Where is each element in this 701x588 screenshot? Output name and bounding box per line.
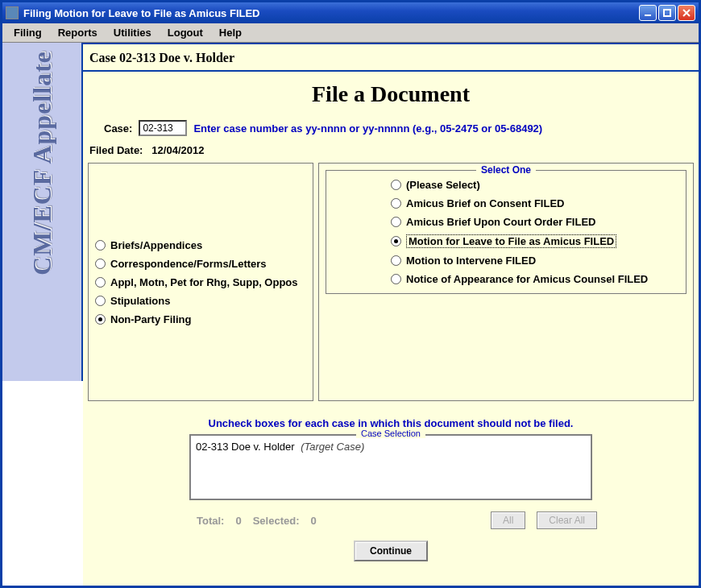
window-title: Filing Motion for Leave to File as Amicu… — [23, 7, 639, 19]
filed-date-label: Filed Date: — [89, 144, 143, 156]
content-inner: File a Document Case: Enter case number … — [83, 72, 699, 586]
selected-label: Selected: — [253, 515, 300, 527]
radio-icon — [391, 236, 401, 246]
sidebar: CM/ECF Appellate — [2, 43, 83, 381]
case-number-input[interactable] — [139, 120, 187, 136]
subtype-option[interactable]: Amicus Brief Upon Court Order FILED — [391, 216, 678, 228]
page-title: File a Document — [88, 81, 694, 107]
subtype-option[interactable]: Motion for Leave to File as Amicus FILED — [391, 234, 678, 248]
category-radio-group: Briefs/Appendices Correspondence/Forms/L… — [95, 239, 306, 325]
total-label: Total: — [197, 515, 224, 527]
maximize-icon — [662, 8, 672, 18]
panels-row: Briefs/Appendices Correspondence/Forms/L… — [88, 163, 694, 401]
radio-icon — [391, 217, 401, 227]
subtype-legend: Select One — [476, 164, 536, 176]
subtype-radio-group: (Please Select) Amicus Brief on Consent … — [334, 179, 678, 285]
subtype-option[interactable]: Notice of Appearance for Amicus Counsel … — [391, 273, 678, 285]
body: CM/ECF Appellate Case 02-313 Doe v. Hold… — [2, 43, 699, 586]
menu-help[interactable]: Help — [211, 24, 250, 41]
category-panel: Briefs/Appendices Correspondence/Forms/L… — [88, 163, 313, 401]
radio-icon — [391, 255, 401, 266]
radio-icon — [391, 274, 401, 284]
close-button[interactable] — [678, 5, 695, 21]
filed-date-row: Filed Date: 12/04/2012 — [89, 144, 694, 156]
case-selection-legend: Case Selection — [356, 429, 425, 438]
sidebar-brand: CM/ECF Appellate — [27, 51, 57, 275]
svg-rect-1 — [664, 10, 670, 16]
radio-icon — [391, 180, 401, 190]
menubar: Filing Reports Utilities Logout Help — [2, 23, 699, 43]
subtype-fieldset: Select One (Please Select) Amicus Brief … — [326, 170, 686, 294]
menu-reports[interactable]: Reports — [50, 24, 106, 41]
app-icon — [6, 6, 19, 19]
minimize-button[interactable] — [639, 5, 657, 21]
radio-icon — [95, 240, 106, 251]
subtype-label: (Please Select) — [406, 179, 480, 191]
category-option[interactable]: Appl, Motn, Pet for Rhg, Supp, Oppos — [95, 276, 306, 288]
filed-date-value: 12/04/2012 — [151, 144, 204, 156]
totals-row: Total: 0 Selected: 0 All Clear All — [88, 511, 694, 529]
subtype-label: Notice of Appearance for Amicus Counsel … — [406, 273, 648, 285]
category-label: Non-Party Filing — [110, 313, 191, 325]
subtype-label: Motion to Intervene FILED — [406, 255, 536, 267]
continue-button[interactable]: Continue — [354, 540, 428, 561]
case-label: Case: — [104, 122, 132, 135]
menu-filing[interactable]: Filing — [6, 24, 50, 41]
case-list-item-text: 02-313 Doe v. Holder — [196, 441, 295, 453]
titlebar: Filing Motion for Leave to File as Amicu… — [2, 2, 699, 23]
content: Case 02-313 Doe v. Holder File a Documen… — [83, 43, 699, 586]
radio-icon — [95, 314, 106, 325]
maximize-button[interactable] — [658, 5, 676, 21]
case-list[interactable]: 02-313 Doe v. Holder (Target Case) — [190, 435, 591, 499]
category-label: Appl, Motn, Pet for Rhg, Supp, Oppos — [110, 276, 298, 288]
minimize-icon — [643, 8, 653, 18]
category-label: Stipulations — [110, 295, 170, 307]
subtype-option[interactable]: Amicus Brief on Consent FILED — [391, 197, 678, 209]
case-number-row: Case: Enter case number as yy-nnnn or yy… — [104, 120, 694, 136]
case-header: Case 02-313 Doe v. Holder — [83, 44, 699, 72]
subtype-label: Amicus Brief Upon Court Order FILED — [406, 216, 595, 228]
menu-utilities[interactable]: Utilities — [106, 24, 160, 41]
select-all-button[interactable]: All — [491, 511, 525, 529]
uncheck-note: Uncheck boxes for each case in which thi… — [88, 417, 694, 429]
category-option[interactable]: Stipulations — [95, 295, 306, 307]
radio-icon — [95, 259, 106, 269]
window-controls — [639, 5, 695, 21]
continue-row: Continue — [88, 540, 694, 561]
case-hint: Enter case number as yy-nnnn or yy-nnnnn… — [193, 122, 542, 135]
category-option[interactable]: Correspondence/Forms/Letters — [95, 258, 306, 270]
close-icon — [682, 8, 691, 18]
subtype-label: Motion for Leave to File as Amicus FILED — [406, 234, 616, 248]
case-selection-wrap: Case Selection 02-313 Doe v. Holder (Tar… — [88, 434, 694, 500]
svg-rect-0 — [645, 14, 651, 16]
case-selection-fieldset: Case Selection 02-313 Doe v. Holder (Tar… — [189, 434, 592, 500]
category-option[interactable]: Non-Party Filing — [95, 313, 306, 325]
selected-value: 0 — [310, 515, 316, 527]
menu-logout[interactable]: Logout — [160, 24, 211, 41]
subtype-option[interactable]: Motion to Intervene FILED — [391, 255, 678, 267]
case-list-item-suffix: (Target Case) — [301, 441, 364, 453]
category-label: Briefs/Appendices — [110, 239, 202, 251]
radio-icon — [95, 296, 106, 306]
subtype-option[interactable]: (Please Select) — [391, 179, 678, 191]
clear-all-button[interactable]: Clear All — [537, 511, 597, 529]
total-value: 0 — [235, 515, 241, 527]
case-selection: Case Selection 02-313 Doe v. Holder (Tar… — [189, 434, 592, 500]
category-option[interactable]: Briefs/Appendices — [95, 239, 306, 251]
subtype-panel: Select One (Please Select) Amicus Brief … — [318, 163, 694, 401]
case-list-item[interactable]: 02-313 Doe v. Holder (Target Case) — [196, 441, 586, 453]
radio-icon — [95, 277, 106, 288]
category-label: Correspondence/Forms/Letters — [110, 258, 267, 270]
app-window: Filing Motion for Leave to File as Amicu… — [0, 0, 701, 588]
radio-icon — [391, 198, 401, 209]
subtype-label: Amicus Brief on Consent FILED — [406, 197, 564, 209]
